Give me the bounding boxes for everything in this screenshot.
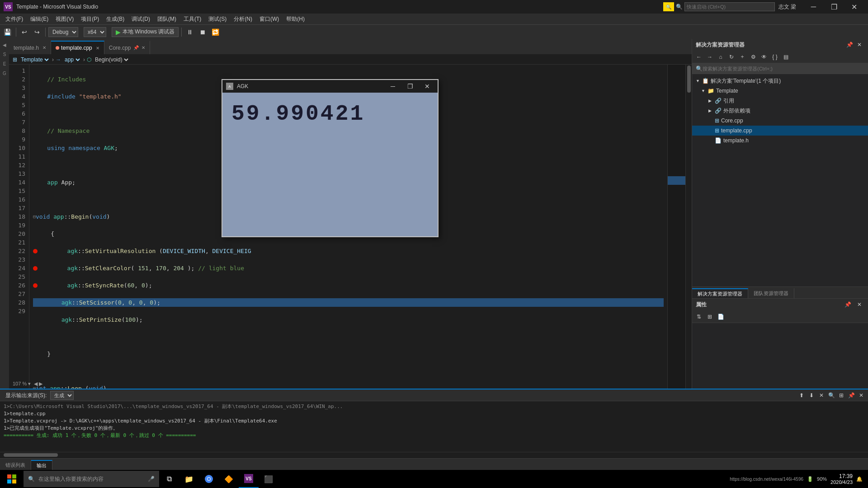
breadcrumb-class[interactable]: app	[63, 56, 81, 63]
menu-project[interactable]: 项目(P)	[77, 14, 103, 24]
sol-forward-button[interactable]: →	[705, 52, 715, 62]
debug-config-select[interactable]: Debug	[48, 27, 78, 37]
toolbar-separator-2	[45, 28, 46, 37]
tree-external-deps[interactable]: ▶ 🔗 外部依赖项	[692, 106, 868, 116]
close-button[interactable]: ✕	[844, 0, 864, 14]
output-btn-1[interactable]: ⬆	[797, 390, 807, 400]
editor-scrollbar-thumb[interactable]	[687, 66, 691, 93]
gutter-icon-3[interactable]: E	[3, 61, 6, 66]
tree-references[interactable]: ▶ 🔗 引用	[692, 96, 868, 106]
gutter-icon-4[interactable]: G	[3, 71, 6, 76]
menu-window[interactable]: 窗口(W)	[256, 14, 283, 24]
output-source-select[interactable]: 生成	[50, 391, 74, 400]
sol-code-button[interactable]: { }	[770, 52, 780, 62]
menu-analyze[interactable]: 分析(N)	[230, 14, 256, 24]
tree-template-cpp[interactable]: ▶ ⊞ template.cpp	[692, 126, 868, 136]
solution-pin-button[interactable]: 📌	[844, 40, 854, 50]
output-btn-4[interactable]: 🔍	[826, 390, 836, 400]
breadcrumb-method[interactable]: Begin(void)	[93, 56, 130, 63]
properties-close-button[interactable]: ✕	[854, 300, 864, 310]
sol-refresh-button[interactable]: ↻	[726, 52, 736, 62]
platform-select[interactable]: x64	[84, 27, 106, 37]
tab-error-list[interactable]: 错误列表	[0, 460, 31, 470]
sol-collapse-button[interactable]: ▤	[781, 52, 791, 62]
tab-core-close[interactable]: ✕	[142, 45, 145, 50]
properties-pin-button[interactable]: 📌	[843, 300, 853, 310]
tree-solution[interactable]: ▼ 📋 解决方案'Template'(1 个项目)	[692, 76, 868, 86]
taskbar-search[interactable]: 🔍 在这里输入你要搜索的内容 🎤	[24, 471, 159, 487]
external-deps-icon: 🔗	[715, 108, 722, 114]
output-close-button[interactable]: ✕	[856, 390, 866, 400]
tab-template-cpp-close[interactable]: ✕	[96, 46, 99, 51]
menu-view[interactable]: 视图(V)	[52, 14, 77, 24]
taskbar-app-2[interactable]: ⬛	[259, 470, 278, 488]
tab-template-cpp[interactable]: template.cpp ✕	[51, 41, 104, 54]
prop-sort-button[interactable]: ⇅	[694, 312, 704, 322]
output-btn-2[interactable]: ⬇	[807, 390, 816, 400]
taskbar-app-1[interactable]: 🔶	[219, 470, 239, 488]
redo-button[interactable]: ↪	[32, 27, 42, 38]
agk-maximize-button[interactable]: ❐	[403, 81, 417, 91]
gutter-icon-1[interactable]: ◀	[3, 42, 6, 47]
tab-solution-explorer[interactable]: 解决方案资源管理器	[692, 288, 748, 298]
sol-view-button[interactable]: 👁	[759, 52, 769, 62]
sol-new-button[interactable]: ＋	[737, 52, 747, 62]
restore-button[interactable]: ❐	[824, 0, 844, 14]
output-btn-3[interactable]: ✕	[816, 390, 826, 400]
output-scrollbar-thumb[interactable]	[4, 453, 58, 457]
output-btn-5[interactable]: ⊞	[836, 390, 846, 400]
taskbar: 🔍 在这里输入你要搜索的内容 🎤 ⧉ 📁 🔶 VS ⬛ https://blog…	[0, 470, 868, 488]
tree-template-h[interactable]: ▶ 📄 template.h	[692, 136, 868, 145]
taskbar-vs[interactable]: VS	[239, 470, 259, 488]
menu-edit[interactable]: 编辑(E)	[27, 14, 52, 24]
menu-tools[interactable]: 工具(T)	[180, 14, 205, 24]
menu-file[interactable]: 文件(F)	[2, 14, 27, 24]
solution-search-input[interactable]	[703, 66, 864, 71]
undo-button[interactable]: ↩	[19, 27, 30, 38]
sol-properties-button[interactable]: ⚙	[748, 52, 758, 62]
tree-project[interactable]: ▼ 📁 Template	[692, 86, 868, 96]
sol-back-button[interactable]: ←	[694, 52, 704, 62]
solution-tree: ▼ 📋 解决方案'Template'(1 个项目) ▼ 📁 Template ▶…	[692, 74, 868, 286]
agk-close-button[interactable]: ✕	[420, 81, 434, 91]
output-scrollbar[interactable]	[0, 452, 868, 458]
code-line-16	[33, 333, 664, 341]
save-all-button[interactable]: 💾	[2, 27, 13, 38]
toolbar-btn-1[interactable]: ⏸	[184, 27, 195, 38]
quick-launch-input[interactable]	[684, 2, 775, 11]
gutter-icon-2[interactable]: S	[3, 52, 6, 57]
breadcrumb-namespace[interactable]: Template	[19, 56, 50, 63]
menu-debug[interactable]: 调试(D)	[128, 14, 154, 24]
menu-help[interactable]: 帮助(H)	[283, 14, 308, 24]
notification-icon[interactable]: 🔔	[856, 476, 863, 482]
taskbar-task-view[interactable]: ⧉	[159, 470, 179, 488]
start-button[interactable]	[2, 470, 22, 488]
tab-core-cpp[interactable]: Core.cpp 📌 ✕	[104, 41, 151, 54]
taskbar-file-explorer[interactable]: 📁	[179, 470, 199, 488]
editor-scrollbar[interactable]	[685, 65, 692, 389]
tree-core-cpp[interactable]: ▶ ⊞ Core.cpp	[692, 116, 868, 126]
sol-home-button[interactable]: ⌂	[716, 52, 726, 62]
run-label: 本地 Windows 调试器	[123, 28, 175, 36]
tab-template-h[interactable]: template.h ✕	[9, 41, 51, 54]
taskbar-chrome[interactable]	[199, 470, 219, 488]
scroll-arrows[interactable]: ◀ ▶	[34, 381, 42, 387]
solution-close-button[interactable]: ✕	[854, 40, 864, 50]
tab-template-h-close[interactable]: ✕	[42, 45, 46, 50]
prop-pages-button[interactable]: 📄	[716, 312, 726, 322]
tab-output[interactable]: 输出	[31, 460, 52, 470]
menu-team[interactable]: 团队(M)	[154, 14, 180, 24]
filter-button[interactable]: 🔍	[663, 2, 674, 11]
minimize-button[interactable]: ─	[803, 0, 824, 14]
taskbar-search-placeholder: 在这里输入你要搜索的内容	[38, 475, 104, 483]
tab-team-explorer[interactable]: 团队资源管理器	[748, 288, 794, 298]
prop-filter-button[interactable]: ⊞	[705, 312, 715, 322]
menu-test[interactable]: 测试(S)	[205, 14, 230, 24]
output-pin-button[interactable]: 📌	[846, 390, 856, 400]
menu-build[interactable]: 生成(B)	[103, 14, 128, 24]
agk-minimize-button[interactable]: ─	[386, 81, 400, 91]
run-button[interactable]: ▶ 本地 Windows 调试器	[112, 27, 179, 37]
output-line-4: ========== 生成: 成功 1 个，失败 0 个，最新 0 个，跳过 0…	[4, 432, 864, 439]
toolbar-btn-3[interactable]: 🔁	[210, 27, 221, 38]
toolbar-btn-2[interactable]: ⏹	[197, 27, 208, 38]
